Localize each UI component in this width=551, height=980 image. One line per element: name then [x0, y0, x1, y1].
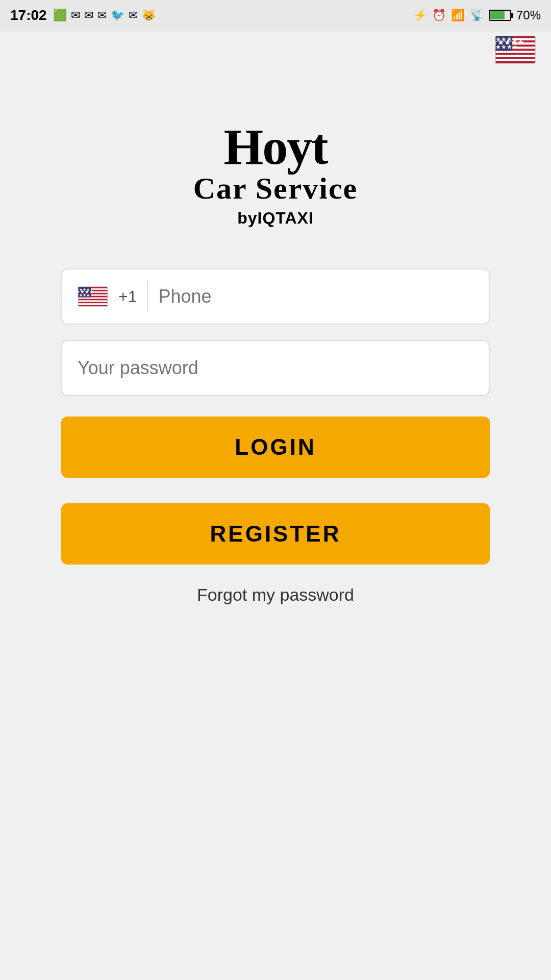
- svg-text:★★★: ★★★: [79, 293, 90, 298]
- input-divider: [147, 281, 148, 312]
- logo-container: Hoyt Car Service byIQTAXI: [0, 117, 551, 228]
- phone-input[interactable]: [158, 286, 473, 307]
- battery-icon: 🟩: [53, 9, 67, 22]
- mail-icon-4: ✉: [129, 9, 138, 22]
- battery-indicator: [489, 10, 511, 21]
- logo-byline: byIQTAXI: [237, 209, 314, 228]
- login-button[interactable]: LOGIN: [61, 416, 490, 478]
- svg-rect-17: [79, 303, 108, 305]
- mail-icon-1: ✉: [71, 9, 80, 22]
- password-input[interactable]: [78, 357, 473, 379]
- logo-subtitle: Car Service: [193, 171, 358, 206]
- status-bar: 17:02 🟩 ✉ ✉ ✉ 🐦 ✉ 😸 ⚡ ⏰ 📶 📡 70%: [0, 0, 551, 31]
- cat-icon: 😸: [142, 9, 156, 22]
- svg-text:★★★: ★★★: [79, 287, 90, 292]
- svg-rect-16: [79, 300, 108, 302]
- logo-brand: IQTAXI: [258, 209, 314, 227]
- us-flag-icon: ★★★★★★ ★★★★★ ★★★★★: [495, 36, 536, 64]
- phone-field-wrapper: ★★★★ ★★★ ★★★ +1: [61, 268, 490, 325]
- status-time: 17:02: [10, 7, 47, 23]
- password-field-wrapper: [61, 340, 490, 396]
- svg-rect-6: [495, 59, 535, 61]
- mail-icon-3: ✉: [97, 9, 107, 22]
- status-left: 17:02 🟩 ✉ ✉ ✉ 🐦 ✉ 😸: [10, 7, 156, 23]
- country-selector[interactable]: ★★★★ ★★★ ★★★: [78, 286, 108, 307]
- country-code: +1: [118, 287, 137, 306]
- svg-text:★★★★★: ★★★★★: [495, 44, 518, 50]
- bluetooth-icon: ⚡: [413, 9, 427, 22]
- register-button[interactable]: REGISTER: [61, 503, 490, 565]
- svg-rect-5: [495, 55, 535, 57]
- login-form: ★★★★ ★★★ ★★★ +1 LOGIN REGISTER Forgot my…: [0, 268, 551, 605]
- svg-text:★★★★★: ★★★★★: [495, 36, 518, 42]
- wifi-icon: 📶: [451, 9, 465, 22]
- svg-rect-4: [495, 51, 535, 53]
- forgot-password-link[interactable]: Forgot my password: [197, 585, 354, 605]
- signal-icon: 📡: [470, 9, 484, 22]
- twitter-icon: 🐦: [111, 9, 124, 22]
- logo-title: Hoyt: [223, 117, 327, 176]
- status-icons: 🟩 ✉ ✉ ✉ 🐦 ✉ 😸: [53, 9, 156, 22]
- phone-flag-icon: ★★★★ ★★★ ★★★: [78, 286, 108, 307]
- logo-by-text: by: [237, 209, 257, 227]
- language-selector[interactable]: ★★★★★★ ★★★★★ ★★★★★: [495, 36, 536, 64]
- mail-icon-2: ✉: [84, 9, 93, 22]
- status-right: ⚡ ⏰ 📶 📡 70%: [413, 8, 541, 22]
- alarm-icon: ⏰: [432, 9, 446, 22]
- battery-percentage: 70%: [516, 8, 541, 22]
